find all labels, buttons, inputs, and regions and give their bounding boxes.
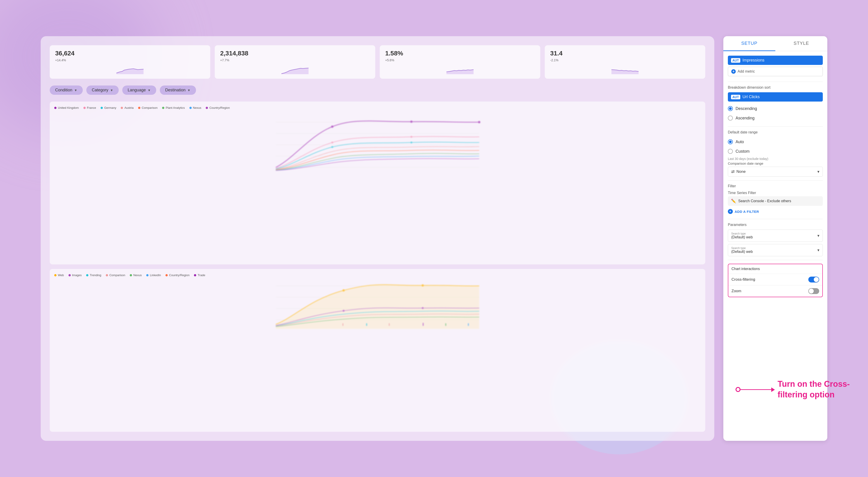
divider-1 xyxy=(728,82,823,82)
chevron-down-params-2: ▾ xyxy=(817,248,819,252)
divider-2 xyxy=(728,126,823,127)
svg-rect-28 xyxy=(445,323,446,326)
plus-icon-metric: + xyxy=(731,69,736,74)
radio-outer-descending xyxy=(728,106,733,111)
annotation-arrowhead xyxy=(771,387,775,392)
zoom-label: Zoom xyxy=(732,289,808,293)
legend-item-comp: Comparison xyxy=(138,106,158,110)
svg-rect-24 xyxy=(342,323,343,326)
legend-item-fr: France xyxy=(84,106,96,110)
svg-point-13 xyxy=(410,136,412,138)
radio-custom[interactable]: Custom xyxy=(728,147,823,156)
chevron-down-params-1: ▾ xyxy=(817,233,819,238)
chart-interactions-header: Chart interactions xyxy=(728,264,822,274)
svg-point-21 xyxy=(422,284,424,287)
radio-inner-auto xyxy=(729,141,732,143)
bottom-legend-item-3: Trending xyxy=(86,273,101,277)
svg-rect-27 xyxy=(423,323,424,326)
aut-badge-metric: AUT xyxy=(731,58,740,63)
metric-chip-label: Impressions xyxy=(743,58,765,63)
sparkline-impressions xyxy=(220,65,370,74)
metric-value-impressions: 2,314,838 xyxy=(220,50,370,57)
default-date-range-label: Default date range xyxy=(728,130,823,135)
filter-bar: Condition ▼ Category ▼ Language ▼ Destin… xyxy=(50,86,705,95)
radio-auto[interactable]: Auto xyxy=(728,137,823,147)
legend-item-pa: Plant Analytics xyxy=(162,106,185,110)
comparison-dropdown[interactable]: ⇄ None ▾ xyxy=(728,167,823,177)
sort-chip[interactable]: AUT Url Clicks xyxy=(728,92,823,101)
cross-filtering-label: Cross-filtering xyxy=(732,277,808,282)
legend-item-cr: Country/Region xyxy=(206,106,230,110)
cross-filtering-row: Cross-filtering xyxy=(728,274,822,286)
cross-filtering-toggle[interactable] xyxy=(808,277,819,282)
parameters-label: Parameters xyxy=(728,223,823,227)
svg-marker-0 xyxy=(116,69,144,74)
radio-outer-custom xyxy=(728,149,733,154)
filter-chip-destination-label: Destination xyxy=(165,88,186,92)
tab-setup[interactable]: SETUP xyxy=(723,36,775,51)
main-chart-area: United Kingdom France Germany Austria Co… xyxy=(50,101,705,264)
main-wrapper: 36,624 +14.4% 2,314,838 +7.7% 1.58% +5.6… xyxy=(41,36,827,441)
add-metric-button[interactable]: + Add metric xyxy=(728,67,823,76)
chevron-down-icon-4: ▼ xyxy=(187,88,191,92)
metric-change-clicks: +14.4% xyxy=(55,58,205,62)
sparkline-ctr xyxy=(385,65,535,74)
search-type-value-1: (Default) web xyxy=(731,235,817,239)
breakdown-sort-label: Breakdown dimension sort xyxy=(728,86,823,90)
filter-chip-language[interactable]: Language ▼ xyxy=(122,86,156,95)
plus-icon-filter: + xyxy=(728,209,733,214)
svg-point-23 xyxy=(422,307,424,309)
search-type-label-2: Search type xyxy=(731,246,817,250)
metric-change-impressions: +7.7% xyxy=(220,58,370,62)
bottom-legend-item-6: LinkedIn xyxy=(146,273,161,277)
add-filter-button[interactable]: + ADD A FILTER xyxy=(728,208,823,215)
svg-point-20 xyxy=(342,289,345,292)
filter-chip-language-label: Language xyxy=(128,88,146,92)
divider-4 xyxy=(728,219,823,219)
toggle-knob-cross xyxy=(814,277,819,282)
metric-card-impressions: 2,314,838 +7.7% xyxy=(215,45,375,79)
filter-chip-category-label: Category xyxy=(92,88,108,92)
add-metric-label: Add metric xyxy=(738,69,755,73)
filter-chip-row[interactable]: ✏️ Search Console - Exclude others xyxy=(728,196,823,206)
metric-value-position: 31.4 xyxy=(550,50,700,57)
bottom-legend-item-4: Comparison xyxy=(106,273,125,277)
zoom-row: Zoom xyxy=(728,286,822,297)
chart-panel: 36,624 +14.4% 2,314,838 +7.7% 1.58% +5.6… xyxy=(41,36,714,441)
search-type-dropdown-1[interactable]: Search type (Default) web ▾ xyxy=(728,230,823,242)
metric-value-ctr: 1.58% xyxy=(385,50,535,57)
metric-chip-impressions[interactable]: AUT Impressions xyxy=(728,56,823,65)
divider-5 xyxy=(728,260,823,260)
pencil-icon: ✏️ xyxy=(731,199,736,204)
panel-tabs: SETUP STYLE xyxy=(723,36,827,51)
annotation-connector xyxy=(736,387,772,392)
filter-chip-category[interactable]: Category ▼ xyxy=(86,86,119,95)
radio-ascending[interactable]: Ascending xyxy=(728,113,823,123)
svg-rect-25 xyxy=(366,323,367,326)
filter-chip-condition-label: Condition xyxy=(55,88,72,92)
radio-label-descending: Descending xyxy=(736,106,757,111)
sparkline-position xyxy=(550,65,700,74)
legend-item-nx: Nexus xyxy=(189,106,202,110)
tab-style[interactable]: STYLE xyxy=(775,36,827,51)
date-hint: Last 30 days (exclude today) xyxy=(728,157,823,160)
metric-card-ctr: 1.58% +5.6% xyxy=(380,45,540,79)
search-type-dropdown-2[interactable]: Search type (Default) web ▾ xyxy=(728,244,823,256)
svg-rect-26 xyxy=(389,323,390,326)
metric-card-position: 31.4 -2.1% xyxy=(545,45,705,79)
chart-interactions-section: Chart interactions Cross-filtering Zoom xyxy=(728,264,823,297)
svg-point-12 xyxy=(331,142,333,143)
bottom-legend-item-8: Trade xyxy=(194,273,205,277)
zoom-toggle[interactable] xyxy=(808,288,819,294)
radio-label-auto: Auto xyxy=(736,140,744,144)
svg-point-22 xyxy=(343,310,344,312)
radio-inner-descending xyxy=(729,107,732,110)
svg-point-11 xyxy=(478,121,480,123)
radio-descending[interactable]: Descending xyxy=(728,104,823,113)
filter-chip-condition[interactable]: Condition ▼ xyxy=(50,86,83,95)
metric-change-position: -2.1% xyxy=(550,58,700,62)
filter-chip-destination[interactable]: Destination ▼ xyxy=(160,86,196,95)
svg-marker-3 xyxy=(612,70,639,74)
svg-point-9 xyxy=(331,125,333,128)
legend-item-de: Germany xyxy=(101,106,116,110)
